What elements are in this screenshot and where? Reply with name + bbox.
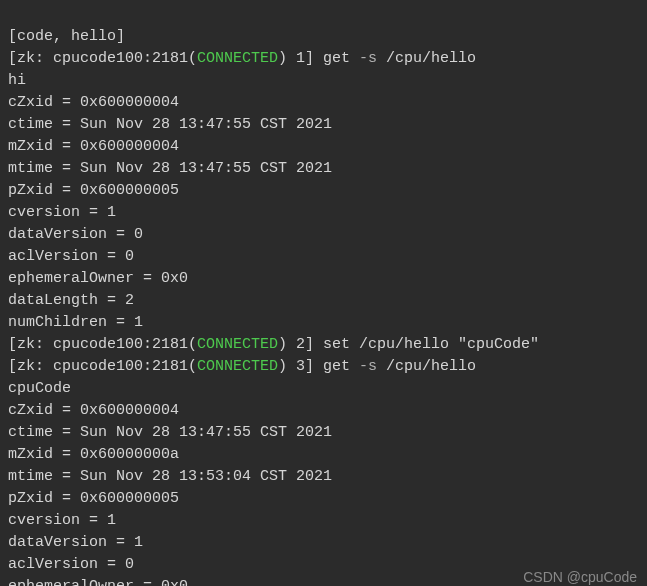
stat-pzxid: pZxid = 0x600000005 (8, 490, 179, 507)
stat-czxid: cZxid = 0x600000004 (8, 94, 179, 111)
stat-dataversion: dataVersion = 0 (8, 226, 143, 243)
stat-pzxid: pZxid = 0x600000005 (8, 182, 179, 199)
flag: -s (359, 50, 377, 67)
status-connected: CONNECTED (197, 336, 278, 353)
node-value: hi (8, 72, 26, 89)
status-connected: CONNECTED (197, 358, 278, 375)
header-line: [code, hello] (8, 28, 125, 45)
prompt-line-3: [zk: cpucode100:2181(CONNECTED) 3] get -… (8, 358, 476, 375)
stat-mtime: mtime = Sun Nov 28 13:47:55 CST 2021 (8, 160, 332, 177)
stat-datalength: dataLength = 2 (8, 292, 134, 309)
stat-ephemeralowner: ephemeralOwner = 0x0 (8, 270, 188, 287)
stat-numchildren: numChildren = 1 (8, 314, 143, 331)
stat-cversion: cversion = 1 (8, 204, 116, 221)
stat-ctime: ctime = Sun Nov 28 13:47:55 CST 2021 (8, 116, 332, 133)
stat-mtime: mtime = Sun Nov 28 13:53:04 CST 2021 (8, 468, 332, 485)
stat-ctime: ctime = Sun Nov 28 13:47:55 CST 2021 (8, 424, 332, 441)
stat-cversion: cversion = 1 (8, 512, 116, 529)
stat-ephemeralowner: ephemeralOwner = 0x0 (8, 578, 188, 586)
stat-mzxid: mZxid = 0x60000000a (8, 446, 179, 463)
status-connected: CONNECTED (197, 50, 278, 67)
flag: -s (359, 358, 377, 375)
stat-dataversion: dataVersion = 1 (8, 534, 143, 551)
stat-czxid: cZxid = 0x600000004 (8, 402, 179, 419)
terminal-window[interactable]: [code, hello] [zk: cpucode100:2181(CONNE… (0, 0, 647, 586)
prompt-line-1: [zk: cpucode100:2181(CONNECTED) 1] get -… (8, 50, 476, 67)
watermark: CSDN @cpuCode (523, 566, 637, 586)
prompt-line-2: [zk: cpucode100:2181(CONNECTED) 2] set /… (8, 336, 539, 353)
stat-mzxid: mZxid = 0x600000004 (8, 138, 179, 155)
stat-aclversion: aclVersion = 0 (8, 556, 134, 573)
node-value: cpuCode (8, 380, 71, 397)
stat-aclversion: aclVersion = 0 (8, 248, 134, 265)
